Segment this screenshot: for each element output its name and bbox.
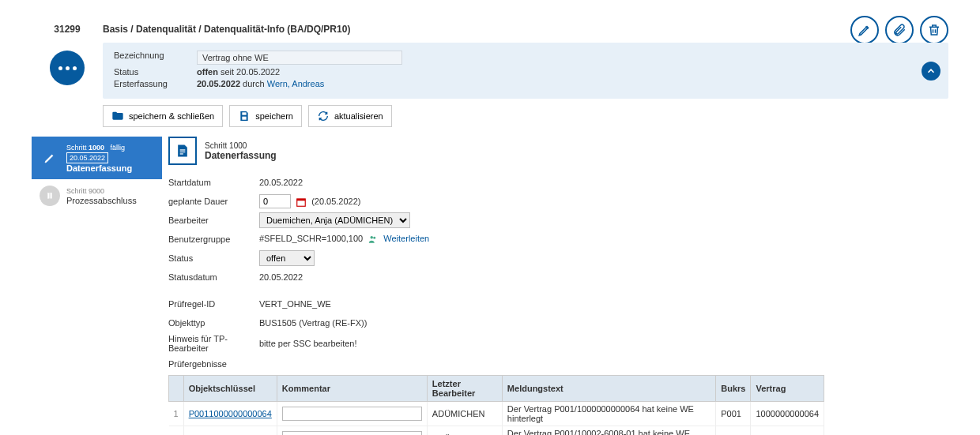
detail-title: Datenerfassung: [205, 150, 277, 161]
col-letzter-bearbeiter: Letzter Bearbeiter: [427, 376, 502, 402]
bezeichnung-input[interactable]: [197, 51, 402, 65]
label-benutzergruppe: Benutzergruppe: [168, 234, 259, 244]
status-select[interactable]: offen: [259, 250, 315, 266]
col-vertrag: Vertrag: [751, 376, 824, 402]
folder-icon: [111, 110, 124, 122]
pause-icon: [46, 192, 54, 200]
edit-button[interactable]: [850, 16, 879, 44]
dauer-input[interactable]: [259, 194, 291, 208]
kommentar-input[interactable]: [282, 431, 422, 435]
pencil-icon: [858, 23, 872, 37]
breadcrumb: Basis / Datenqualität / Datenqualität-In…: [103, 16, 948, 35]
label-detail-status: Status: [168, 253, 259, 263]
status-value: offen seit 20.05.2022: [197, 67, 280, 77]
users-icon[interactable]: [368, 234, 379, 245]
label-dauer: geplante Dauer: [168, 197, 259, 206]
steps-sidebar: Schritt 1000 fällig 20.05.2022 Datenerfa…: [32, 137, 162, 435]
label-prueferg: Prüfergebnisse: [168, 359, 259, 369]
label-status: Status: [114, 67, 197, 77]
delete-button[interactable]: [920, 16, 948, 44]
save-button[interactable]: speichern: [229, 105, 302, 127]
save-close-button[interactable]: speichern & schließen: [103, 105, 223, 127]
bearbeiter-select[interactable]: Duemichen, Anja (ADÜMICHEN): [259, 212, 410, 228]
svg-rect-1: [243, 117, 247, 120]
more-actions-button[interactable]: [50, 51, 85, 85]
erst-user-link[interactable]: Wern, Andreas: [267, 79, 325, 88]
save-icon: [238, 110, 251, 122]
obj-link[interactable]: P0011000000000064: [189, 409, 272, 418]
svg-rect-5: [180, 152, 186, 152]
attachment-button[interactable]: [885, 16, 914, 44]
startdatum-value: 20.05.2022: [259, 178, 303, 187]
svg-rect-0: [243, 112, 247, 114]
label-bezeichnung: Bezeichnung: [114, 51, 197, 65]
pencil-icon: [43, 152, 56, 164]
col-meldungstext: Meldungstext: [502, 376, 715, 402]
svg-rect-4: [180, 149, 186, 150]
document-icon: [168, 137, 197, 165]
step-9000[interactable]: Schritt 9000 Prozessabschluss: [32, 179, 162, 212]
label-ersterfassung: Ersterfassung: [114, 79, 197, 88]
svg-rect-8: [297, 199, 306, 201]
paperclip-icon: [892, 23, 906, 37]
results-table: Objektschlüssel Kommentar Letzter Bearbe…: [168, 375, 824, 435]
kommentar-input[interactable]: [282, 407, 422, 421]
weiterleiten-link[interactable]: Weiterleiten: [383, 234, 429, 243]
chevron-up-icon: [925, 66, 937, 77]
label-startdatum: Startdatum: [168, 178, 259, 187]
ersterfassung-value: 20.05.2022 durch Wern, Andreas: [197, 79, 324, 88]
collapse-header-button[interactable]: [922, 62, 940, 81]
objekttyp-value: BUS1505 (Vertrag (RE-FX)): [259, 318, 367, 328]
label-bearbeiter: Bearbeiter: [168, 216, 259, 225]
table-row: 2 P00110002-6008-01 ADÜMICHEN Der Vertra…: [169, 426, 824, 436]
table-row: 1 P0011000000000064 ADÜMICHEN Der Vertra…: [169, 402, 824, 426]
header-info-card: Bezeichnung Status offen seit 20.05.2022…: [103, 43, 948, 99]
calendar-icon[interactable]: [296, 197, 307, 208]
trash-icon: [927, 23, 941, 37]
label-pruefregel: Prüfregel-ID: [168, 299, 259, 309]
hinweis-value: bitte per SSC bearbeiten!: [259, 339, 357, 348]
col-objektschluessel: Objektschlüssel: [183, 376, 277, 402]
col-bukrs: Bukrs: [716, 376, 751, 402]
label-hinweis: Hinweis für TP-Bearbeiter: [168, 334, 259, 353]
pruefregel-value: VERT_OHNE_WE: [259, 299, 331, 309]
refresh-icon: [317, 110, 330, 122]
label-statusdatum: Statusdatum: [168, 272, 259, 282]
svg-rect-2: [48, 193, 50, 199]
benutzergruppe-value: #SFELD_SCHR=1000,100: [259, 234, 363, 243]
statusdatum-value: 20.05.2022: [259, 272, 303, 282]
refresh-button[interactable]: aktualisieren: [308, 105, 392, 127]
svg-point-9: [371, 236, 374, 239]
label-objekttyp: Objekttyp: [168, 318, 259, 328]
step-1000[interactable]: Schritt 1000 fällig 20.05.2022 Datenerfa…: [32, 137, 162, 179]
svg-rect-6: [180, 153, 183, 154]
record-number: 31299: [32, 16, 103, 35]
detail-step-no: Schritt 1000: [205, 141, 277, 150]
svg-point-10: [374, 237, 376, 239]
svg-rect-3: [51, 193, 52, 199]
col-kommentar: Kommentar: [277, 376, 427, 402]
dauer-hint: (20.05.2022): [311, 197, 360, 206]
